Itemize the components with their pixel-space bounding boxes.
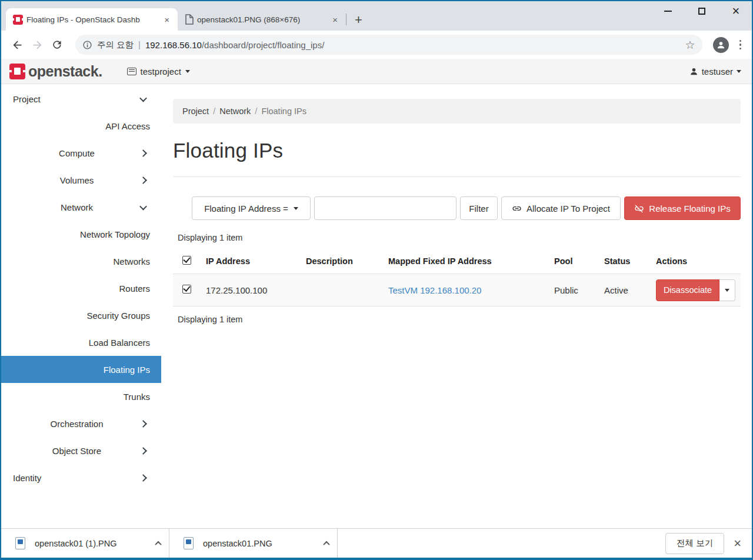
reload-icon	[51, 39, 63, 51]
breadcrumb-network[interactable]: Network	[219, 106, 251, 116]
download-filename: openstack01.PNG	[203, 539, 318, 548]
browser-toolbar: 주의 요함 | 192.168.56.10/dashboard/project/…	[1, 31, 752, 59]
sidebar-item-floating-ips[interactable]: Floating IPs	[1, 356, 161, 383]
breadcrumb: Project/Network/Floating IPs	[173, 99, 741, 124]
tab-openstack-dashboard[interactable]: Floating IPs - OpenStack Dashb ×	[6, 8, 178, 31]
table-header-row: IP Address Description Mapped Fixed IP A…	[173, 248, 741, 274]
bookmark-star-icon[interactable]: ☆	[685, 38, 695, 51]
caret-down-icon	[185, 70, 190, 73]
allocate-ip-button[interactable]: Allocate IP To Project	[501, 196, 621, 220]
chevron-down-icon	[139, 94, 147, 102]
caret-down-icon	[294, 207, 298, 210]
column-header-mapped: Mapped Fixed IP Address	[388, 256, 554, 266]
cell-status: Active	[604, 285, 656, 295]
project-list-icon	[127, 68, 136, 75]
download-item-2[interactable]: openstack01.PNG	[169, 529, 337, 558]
link-icon	[512, 204, 522, 214]
tab-title: openstack01.PNG (868×676)	[197, 15, 326, 24]
breadcrumb-project[interactable]: Project	[182, 106, 209, 116]
tab-title: Floating IPs - OpenStack Dashb	[26, 15, 158, 24]
sidebar-item-api-access[interactable]: API Access	[1, 112, 161, 139]
sidebar-item-routers[interactable]: Routers	[1, 275, 161, 302]
filter-input[interactable]	[314, 196, 457, 220]
openstack-wordmark: openstack.	[28, 63, 102, 80]
chevron-up-icon[interactable]	[323, 541, 329, 547]
sidebar-item-object-store[interactable]: Object Store	[1, 437, 161, 464]
tab-openstack01-png[interactable]: openstack01.PNG (868×676) ×	[178, 8, 346, 31]
profile-avatar[interactable]	[713, 37, 729, 53]
item-count-top: Displaying 1 item	[178, 233, 741, 242]
security-status-text[interactable]: 주의 요함	[97, 39, 134, 51]
openstack-favicon-icon	[13, 15, 23, 25]
link-off-icon	[634, 204, 644, 214]
address-bar[interactable]: 주의 요함 | 192.168.56.10/dashboard/project/…	[75, 35, 702, 55]
sidebar-item-compute[interactable]: Compute	[1, 139, 161, 166]
document-icon	[185, 14, 194, 25]
page-title: Floating IPs	[173, 139, 741, 162]
person-icon	[716, 40, 726, 50]
sidebar-item-networks[interactable]: Networks	[1, 248, 161, 275]
table-toolbar: Floating IP Address = Filter Allocate IP…	[173, 196, 741, 220]
sidebar: Project API Access Compute Volumes Netwo…	[1, 84, 161, 528]
disassociate-button[interactable]: Disassociate	[656, 279, 719, 301]
maximize-button[interactable]	[694, 4, 709, 19]
url-separator: |	[138, 39, 141, 49]
tab-close-icon[interactable]: ×	[330, 15, 340, 25]
breadcrumb-floating-ips: Floating IPs	[261, 106, 306, 116]
title-divider	[173, 176, 741, 177]
back-button[interactable]	[7, 35, 27, 55]
chevron-up-icon[interactable]	[155, 541, 161, 547]
sidebar-item-trunks[interactable]: Trunks	[1, 383, 161, 410]
select-all-checkbox[interactable]	[182, 256, 191, 265]
forward-button[interactable]	[27, 35, 47, 55]
new-tab-button[interactable]: +	[355, 14, 362, 26]
chevron-right-icon	[139, 447, 147, 455]
page-content: Project API Access Compute Volumes Netwo…	[1, 84, 752, 528]
sidebar-item-load-balancers[interactable]: Load Balancers	[1, 329, 161, 356]
mapped-fixed-ip-link[interactable]: TestVM 192.168.100.20	[388, 285, 481, 295]
user-icon	[689, 67, 698, 76]
chevron-right-icon	[139, 149, 147, 157]
project-switcher-label: testproject	[141, 66, 181, 76]
sidebar-item-network[interactable]: Network	[1, 194, 161, 221]
reload-button[interactable]	[47, 35, 67, 55]
sidebar-item-identity[interactable]: Identity	[1, 464, 161, 491]
project-switcher[interactable]: testproject	[127, 66, 190, 76]
user-menu[interactable]: testuser	[689, 66, 741, 76]
downloads-close-icon[interactable]: ×	[734, 537, 741, 550]
minimize-button[interactable]	[660, 4, 675, 19]
row-checkbox[interactable]	[182, 285, 191, 294]
sidebar-item-network-topology[interactable]: Network Topology	[1, 221, 161, 248]
main-panel: Project/Network/Floating IPs Floating IP…	[161, 84, 752, 528]
tab-divider	[346, 14, 346, 25]
release-floating-ips-button[interactable]: Release Floating IPs	[624, 196, 741, 220]
url-path[interactable]: /dashboard/project/floating_ips/	[202, 40, 324, 50]
browser-titlebar: Floating IPs - OpenStack Dashb × opensta…	[1, 1, 752, 31]
filter-button[interactable]: Filter	[460, 196, 498, 220]
item-count-bottom: Displaying 1 item	[178, 315, 741, 324]
sidebar-item-orchestration[interactable]: Orchestration	[1, 410, 161, 437]
caret-down-icon	[725, 289, 729, 292]
show-all-downloads-button[interactable]: 전체 보기	[665, 533, 724, 554]
info-icon[interactable]	[82, 40, 92, 50]
column-header-description: Description	[306, 256, 388, 266]
tab-close-icon[interactable]: ×	[162, 15, 172, 25]
sidebar-item-volumes[interactable]: Volumes	[1, 166, 161, 194]
sidebar-item-project[interactable]: Project	[1, 85, 161, 112]
row-actions: Disassociate	[656, 279, 742, 301]
cell-ip-address: 172.25.100.100	[206, 285, 306, 295]
chevron-down-icon	[139, 202, 147, 210]
sidebar-item-security-groups[interactable]: Security Groups	[1, 302, 161, 329]
download-item-1[interactable]: openstack01 (1).PNG	[1, 529, 169, 558]
window-close-button[interactable]: ×	[728, 4, 744, 19]
chevron-right-icon	[139, 474, 147, 482]
url-host[interactable]: 192.168.56.10	[145, 40, 202, 50]
browser-menu-icon[interactable]	[735, 38, 747, 52]
image-file-icon	[15, 537, 25, 549]
filter-facet-dropdown[interactable]: Floating IP Address =	[192, 196, 311, 220]
row-actions-dropdown[interactable]	[719, 279, 735, 301]
download-filename: openstack01 (1).PNG	[35, 539, 150, 548]
downloads-bar: openstack01 (1).PNG openstack01.PNG 전체 보…	[1, 528, 752, 558]
window-controls: ×	[660, 4, 748, 19]
tab-strip: Floating IPs - OpenStack Dashb × opensta…	[1, 1, 362, 31]
